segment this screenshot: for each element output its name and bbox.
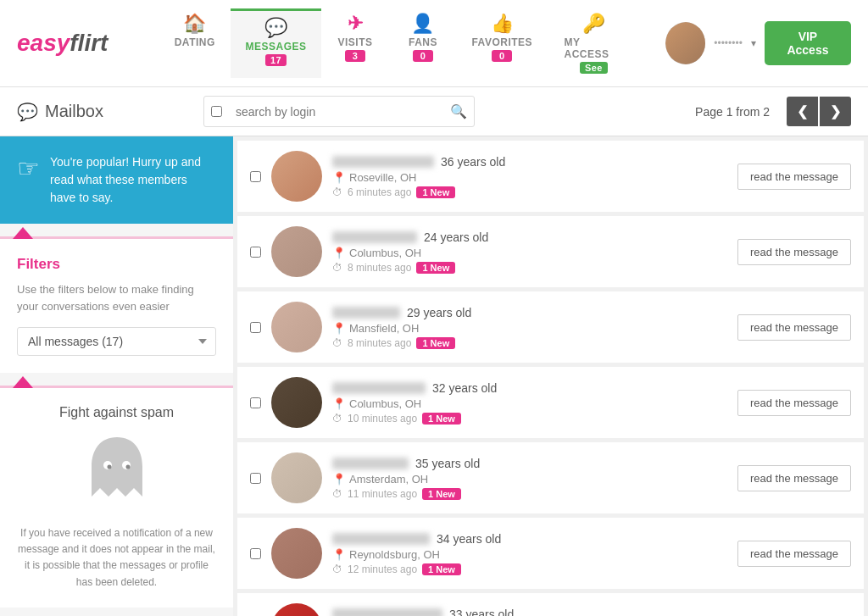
message-time-row: ⏱6 minutes ago 1 New [332, 186, 727, 198]
new-badge: 1 New [422, 413, 461, 425]
vip-button[interactable]: VIP Access [765, 21, 851, 65]
location-pin-icon: 📍 [332, 247, 346, 259]
mailbox-icon: 💬 [17, 102, 38, 122]
favorites-badge: 0 [492, 50, 512, 62]
mailbox-label: Mailbox [45, 102, 103, 121]
spam-desc: If you have received a notification of a… [17, 525, 216, 591]
message-checkbox[interactable] [250, 473, 261, 484]
nav-favorites-label: FAVORITES [471, 36, 532, 48]
next-page-button[interactable]: ❯ [820, 97, 851, 126]
message-item: 33 years old 📍Logan, OH ⏱13 minutes ago … [237, 593, 864, 616]
message-info: 35 years old 📍Amsterdam, OH ⏱11 minutes … [332, 457, 727, 500]
search-icon[interactable]: 🔍 [443, 97, 474, 126]
message-time: 12 minutes ago [348, 563, 417, 575]
myaccess-badge: See [580, 62, 608, 74]
message-age: 32 years old [432, 381, 497, 395]
ghost-icon [17, 433, 216, 513]
message-avatar [271, 302, 322, 352]
visits-badge: 3 [345, 50, 365, 62]
message-name-row: 36 years old [332, 155, 727, 169]
message-name-row: 32 years old [332, 381, 727, 395]
message-checkbox[interactable] [250, 322, 261, 333]
location-pin-icon: 📍 [332, 548, 346, 561]
logo-flirt: flirt [70, 30, 108, 57]
nav-item-favorites[interactable]: 👍 FAVORITES 0 [457, 8, 548, 78]
message-item: 36 years old 📍Roseville, OH ⏱6 minutes a… [237, 141, 864, 212]
new-badge: 1 New [422, 488, 461, 500]
read-message-button[interactable]: read the message [737, 314, 851, 341]
message-time: 6 minutes ago [348, 186, 411, 198]
svg-point-3 [125, 465, 130, 469]
nav-item-messages[interactable]: 💬 MESSAGES 17 [231, 8, 321, 78]
blurred-name [332, 608, 442, 617]
fans-icon: 👤 [411, 13, 435, 35]
message-time-row: ⏱8 minutes ago 1 New [332, 337, 727, 349]
location-pin-icon: 📍 [332, 171, 346, 184]
user-name: •••••••• [714, 37, 743, 49]
search-input[interactable] [229, 98, 443, 125]
message-age: 36 years old [441, 155, 505, 169]
favorites-icon: 👍 [491, 13, 515, 35]
message-item: 35 years old 📍Amsterdam, OH ⏱11 minutes … [237, 442, 864, 513]
spam-title: Fight against spam [17, 405, 216, 420]
account-dropdown[interactable]: ▾ [751, 37, 756, 49]
pagination-controls: ❮ ❯ [787, 97, 851, 126]
location-pin-icon: 📍 [332, 322, 346, 335]
message-checkbox[interactable] [250, 548, 261, 559]
message-location: 📍Mansfield, OH [332, 322, 727, 335]
filters-box: Filters Use the filters below to make fi… [0, 236, 233, 373]
filters-select[interactable]: All messages (17) New messages Read mess… [17, 327, 216, 356]
message-age: 35 years old [415, 457, 480, 470]
nav-item-fans[interactable]: 👤 FANS 0 [389, 8, 457, 78]
subheader: 💬 Mailbox 🔍 Page 1 from 2 ❮ ❯ [0, 87, 868, 136]
avatar-image [665, 22, 705, 64]
mailbox-title: 💬 Mailbox [17, 102, 186, 122]
message-info: 24 years old 📍Columbus, OH ⏱8 minutes ag… [332, 230, 727, 274]
message-avatar [271, 226, 322, 277]
clock-icon: ⏱ [332, 186, 342, 198]
message-time: 11 minutes ago [348, 488, 417, 500]
message-item: 24 years old 📍Columbus, OH ⏱8 minutes ag… [237, 216, 864, 287]
message-time-row: ⏱8 minutes ago 1 New [332, 262, 727, 274]
read-message-button[interactable]: read the message [737, 541, 851, 567]
nav-item-visits[interactable]: ✈ VISITS 3 [321, 8, 389, 78]
blurred-name [332, 458, 409, 469]
message-time: 10 minutes ago [348, 413, 417, 425]
message-time-row: ⏱10 minutes ago 1 New [332, 413, 727, 425]
nav-fans-label: FANS [409, 36, 437, 48]
logo: easyflirt [17, 30, 108, 57]
sidebar: ☞ You're popular! Hurry up and read what… [0, 136, 233, 616]
logo-easy: easy [17, 30, 70, 57]
key-icon: 🔑 [582, 13, 606, 35]
nav-item-dating[interactable]: 🏠 DATING [159, 8, 231, 78]
message-time: 8 minutes ago [348, 337, 411, 349]
nav-item-myaccess[interactable]: 🔑 MY ACCESS See [548, 8, 641, 78]
main-content: ☞ You're popular! Hurry up and read what… [0, 136, 868, 616]
message-location: 📍Roseville, OH [332, 171, 727, 184]
message-age: 29 years old [407, 306, 471, 319]
filters-desc: Use the filters below to make finding yo… [17, 281, 216, 314]
blurred-name [332, 156, 434, 168]
message-checkbox[interactable] [250, 171, 261, 182]
header-right: •••••••• ▾ VIP Access [665, 21, 851, 65]
message-location: 📍Reynoldsburg, OH [332, 548, 727, 561]
message-name-row: 33 years old [332, 608, 727, 617]
nav-messages-label: MESSAGES [246, 41, 307, 53]
message-item: 34 years old 📍Reynoldsburg, OH ⏱12 minut… [237, 518, 864, 589]
read-message-button[interactable]: read the message [737, 465, 851, 491]
message-checkbox[interactable] [250, 397, 261, 408]
search-checkbox[interactable] [211, 106, 222, 117]
read-message-button[interactable]: read the message [737, 164, 851, 190]
nav-visits-label: VISITS [337, 36, 372, 48]
message-item: 29 years old 📍Mansfield, OH ⏱8 minutes a… [237, 291, 864, 363]
visits-icon: ✈ [348, 13, 364, 35]
clock-icon: ⏱ [332, 563, 342, 575]
messages-badge: 17 [265, 54, 287, 66]
read-message-button[interactable]: read the message [737, 390, 851, 416]
spam-box: Fight against spam If you have received … [0, 386, 233, 608]
pagination-info: Page 1 from 2 [695, 105, 770, 119]
message-checkbox[interactable] [250, 247, 261, 258]
read-message-button[interactable]: read the message [737, 239, 851, 265]
message-avatar [271, 452, 322, 503]
prev-page-button[interactable]: ❮ [787, 97, 818, 126]
